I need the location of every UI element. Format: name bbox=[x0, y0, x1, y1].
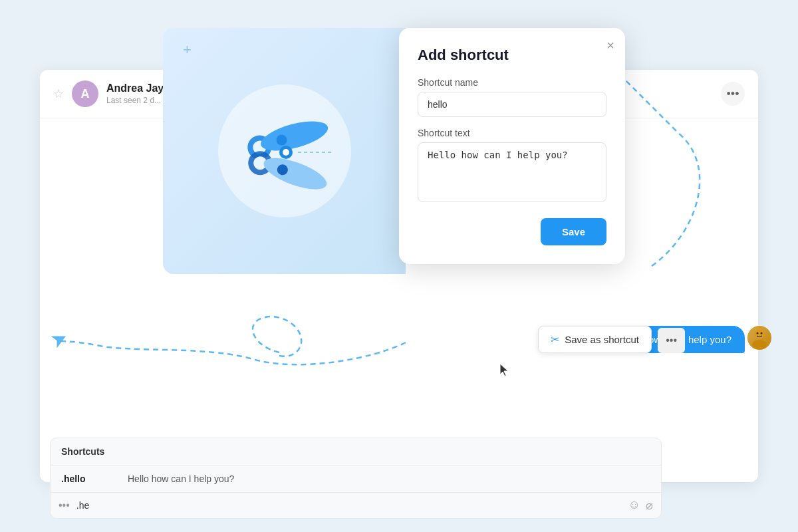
plus-deco-1: + bbox=[183, 41, 192, 59]
avatar: A bbox=[72, 80, 98, 107]
svg-point-3 bbox=[757, 332, 759, 334]
modal-title: Add shortcut bbox=[418, 47, 606, 64]
shortcuts-header: Shortcuts bbox=[51, 438, 661, 466]
shortcut-row: .hello Hello how can I help you? bbox=[51, 466, 661, 493]
save-as-shortcut-button[interactable]: ✂ Save as shortcut bbox=[538, 326, 652, 353]
illustration-panel: + + bbox=[163, 28, 406, 274]
shortcuts-panel: Shortcuts .hello Hello how can I help yo… bbox=[50, 438, 662, 519]
emoji-icon[interactable]: ☺ bbox=[628, 498, 640, 513]
input-actions: ☺ ⌀ bbox=[628, 498, 653, 513]
more-options-button[interactable]: ••• bbox=[721, 82, 745, 106]
shortcut-text-input[interactable]: Hello how can I help you? bbox=[418, 142, 606, 202]
scissors-illustration bbox=[238, 111, 331, 191]
modal-dialog: × Add shortcut Shortcut name Shortcut te… bbox=[399, 28, 625, 264]
user-avatar-inner bbox=[747, 326, 771, 350]
illustration-circle bbox=[218, 84, 351, 217]
save-shortcut-label: Save as shortcut bbox=[565, 334, 639, 345]
shortcut-key: .hello bbox=[61, 473, 128, 484]
save-button[interactable]: Save bbox=[541, 218, 606, 245]
scissors-icon: ✂ bbox=[551, 333, 559, 346]
shortcut-search-input[interactable] bbox=[76, 500, 622, 511]
user-avatar bbox=[747, 326, 771, 350]
message-more-button[interactable]: ••• bbox=[658, 328, 685, 353]
dots-icon: ••• bbox=[666, 334, 677, 346]
input-dots-icon: ••• bbox=[59, 499, 70, 511]
attach-icon[interactable]: ⌀ bbox=[646, 498, 653, 513]
star-icon[interactable]: ☆ bbox=[53, 86, 64, 101]
shortcut-name-input[interactable] bbox=[418, 92, 606, 117]
shortcut-input-row[interactable]: ••• ☺ ⌀ bbox=[51, 493, 661, 518]
svg-point-2 bbox=[752, 340, 767, 349]
shortcut-value: Hello how can I help you? bbox=[128, 473, 234, 484]
shortcut-text-label: Shortcut text bbox=[418, 128, 606, 138]
shortcut-name-label: Shortcut name bbox=[418, 77, 606, 88]
modal-close-button[interactable]: × bbox=[606, 39, 614, 52]
svg-point-4 bbox=[761, 332, 763, 334]
svg-point-14 bbox=[283, 149, 289, 156]
